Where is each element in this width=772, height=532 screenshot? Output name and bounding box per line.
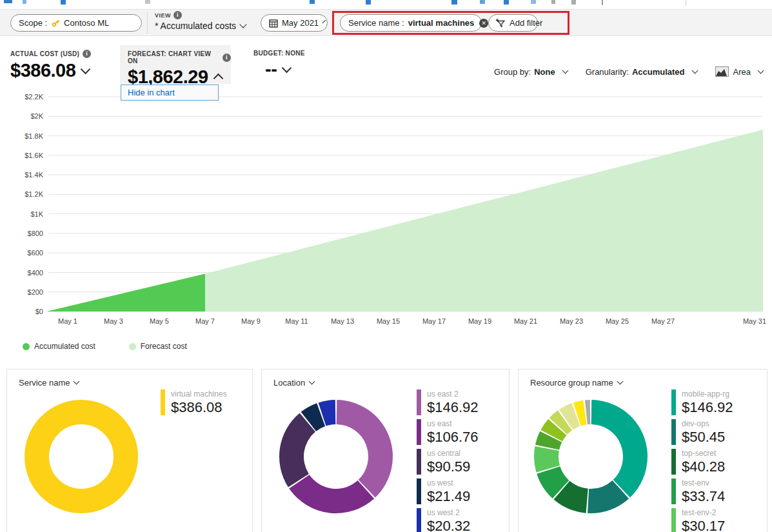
key-icon: [51, 19, 60, 28]
budget-value[interactable]: --: [265, 59, 305, 80]
clipped-icon: [504, 0, 509, 5]
svg-text:$1.6K: $1.6K: [25, 152, 43, 159]
remove-filter-icon[interactable]: ✕: [479, 19, 488, 28]
accumulated-legend-dot: [23, 343, 30, 350]
legend-label: us central: [427, 449, 470, 458]
card-title: Location: [273, 378, 305, 388]
hide-in-chart-menu-item[interactable]: Hide in chart: [121, 84, 219, 101]
group-by-label: Group by:: [494, 67, 531, 77]
date-range-pill[interactable]: May 2021: [261, 14, 328, 32]
legend-value: $33.74: [682, 488, 725, 504]
actual-cost-label: ACTUAL COST (USD): [10, 50, 79, 57]
info-icon[interactable]: i: [173, 11, 182, 19]
donut-legend-item[interactable]: dev-ops$50.45: [671, 419, 768, 445]
toolbar-divider: [147, 12, 148, 34]
group-by-value: None: [534, 67, 555, 77]
granularity-selector[interactable]: Granularity: Accumulated: [586, 67, 697, 77]
svg-text:$800: $800: [28, 230, 43, 237]
chart-type-value: Area: [733, 67, 751, 77]
accumulated-forecast-area-chart[interactable]: $0$200$400$600$800$1K$1.2K$1.4K$1.6K$1.8…: [0, 90, 772, 330]
svg-text:$2K: $2K: [30, 112, 43, 120]
donut-legend-item[interactable]: test-env$33.74: [671, 478, 768, 504]
forecast-label: FORECAST: CHART VIEW ON: [128, 50, 219, 64]
legend-label: us west 2: [427, 508, 470, 518]
svg-text:$1.8K: $1.8K: [25, 132, 43, 140]
svg-text:May 1: May 1: [58, 317, 77, 325]
scope-label: Scope :: [19, 18, 47, 28]
add-filter-button[interactable]: Add filter: [488, 14, 538, 32]
cost-analysis-toolbar: Scope : Contoso ML VIEW i * Accumulated …: [0, 9, 772, 36]
legend-label: test-env: [682, 478, 725, 488]
donut-legend-item[interactable]: us west 2$20.32: [417, 508, 513, 532]
chart-type-selector[interactable]: Area: [715, 66, 763, 77]
legend-color-bar: [671, 389, 676, 415]
chevron-down-icon: [322, 20, 326, 24]
legend-label: us east 2: [427, 389, 479, 399]
granularity-value: Accumulated: [632, 67, 685, 77]
forecast-cost-kpi: FORECAST: CHART VIEW ON i $1,862.29: [120, 45, 231, 84]
svg-text:May 7: May 7: [195, 317, 215, 325]
svg-text:May 3: May 3: [104, 317, 123, 325]
scope-pill[interactable]: Scope : Contoso ML: [10, 14, 142, 32]
legend-label: dev-ops: [682, 419, 725, 429]
clipped-icon: [23, 0, 26, 4]
location-donut-chart[interactable]: [279, 399, 393, 514]
legend-value: $146.92: [682, 399, 733, 415]
area-chart-icon: [715, 66, 729, 77]
filter-key-label: Service name :: [348, 18, 404, 28]
service-name-filter-pill[interactable]: Service name : virtual machines ✕: [340, 14, 482, 32]
svg-text:$200: $200: [28, 288, 43, 296]
donut-legend-item[interactable]: us west$21.49: [417, 478, 513, 504]
service-name-card-header[interactable]: Service name: [19, 378, 79, 388]
legend-label: virtual machines: [171, 389, 227, 399]
clipped-icon: [61, 0, 66, 5]
resource-group-card-header[interactable]: Resource group name: [530, 378, 622, 388]
legend-label: mobile-app-rg: [682, 389, 733, 399]
chevron-down-icon: [282, 63, 292, 74]
svg-text:May 31: May 31: [743, 317, 766, 325]
actual-cost-value[interactable]: $386.08: [10, 60, 91, 81]
svg-text:May 21: May 21: [514, 317, 537, 325]
forecast-legend-dot: [129, 343, 136, 350]
add-filter-icon: [495, 18, 506, 28]
legend-color-bar: [671, 419, 676, 445]
service-name-donut-chart[interactable]: [24, 399, 139, 514]
actual-cost-kpi: ACTUAL COST (USD) i $386.08: [10, 50, 91, 81]
donut-legend-item[interactable]: mobile-app-rg$146.92: [671, 389, 768, 415]
main-chart-legend: Accumulated cost Forecast cost: [23, 342, 187, 351]
svg-text:$400: $400: [28, 269, 43, 277]
donut-legend-item[interactable]: us east$106.76: [417, 419, 513, 445]
forecast-legend-label: Forecast cost: [141, 342, 187, 351]
location-card-header[interactable]: Location: [273, 378, 314, 388]
legend-item-accumulated[interactable]: Accumulated cost: [23, 342, 95, 351]
group-by-selector[interactable]: Group by: None: [494, 67, 568, 77]
donut-legend-item[interactable]: us east 2$146.92: [417, 389, 513, 415]
actual-cost-label-row: ACTUAL COST (USD) i: [10, 50, 91, 58]
legend-value: $50.45: [682, 429, 725, 445]
donut-legend-item[interactable]: test-env-2$30.17: [671, 508, 768, 532]
svg-text:May 15: May 15: [377, 317, 400, 325]
info-icon[interactable]: i: [83, 50, 91, 58]
view-selector[interactable]: * Accumulated costs: [155, 21, 246, 31]
filter-value: virtual machines: [408, 18, 475, 28]
legend-color-bar: [417, 419, 421, 445]
budget-label: BUDGET: NONE: [253, 50, 305, 57]
donut-legend-item[interactable]: us central$90.59: [417, 449, 513, 475]
info-icon[interactable]: i: [223, 54, 231, 62]
scope-value: Contoso ML: [64, 18, 109, 28]
donut-legend-item[interactable]: top-secret$40.28: [671, 449, 768, 475]
svg-text:$1K: $1K: [30, 210, 43, 218]
svg-text:May 23: May 23: [560, 317, 583, 325]
clipped-icon: [531, 0, 536, 4]
clipped-icon: [310, 0, 315, 4]
resource-group-donut-chart[interactable]: [533, 399, 648, 514]
chevron-down-icon: [309, 379, 315, 385]
donut-legend-item[interactable]: virtual machines$386.08: [161, 389, 257, 415]
legend-value: $40.28: [682, 458, 725, 475]
add-filter-label: Add filter: [510, 18, 542, 28]
legend-item-forecast[interactable]: Forecast cost: [129, 342, 187, 351]
chart-controls: Group by: None Granularity: Accumulated …: [494, 66, 763, 77]
service-name-card: Service name virtual machines$386.08: [6, 369, 253, 532]
legend-value: $30.17: [682, 518, 725, 532]
svg-text:May 5: May 5: [150, 317, 169, 325]
